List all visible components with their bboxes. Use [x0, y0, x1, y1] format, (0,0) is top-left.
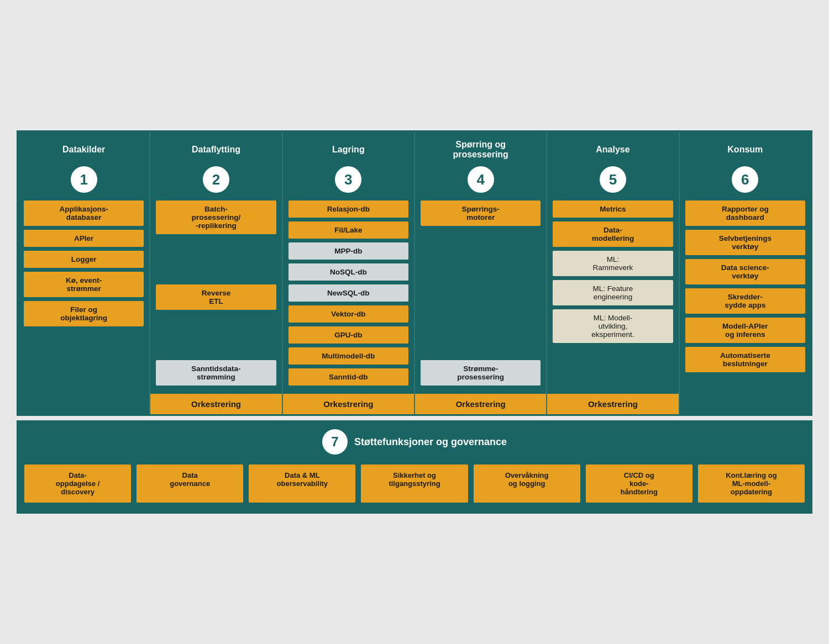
col5-header: Analyse: [553, 139, 673, 161]
orchestration-bar: Orkestrering: [150, 394, 281, 414]
list-item: Kø, event-strømmer: [24, 272, 144, 297]
list-item: Applikasjons-databaser: [24, 200, 144, 226]
col1-number: 1: [71, 166, 97, 193]
col6-header: Konsum: [685, 139, 805, 161]
col-datakilder: Datakilder 1 Applikasjons-databaser APIe…: [18, 132, 150, 414]
main-container: Datakilder 1 Applikasjons-databaser APIe…: [11, 125, 818, 519]
list-item: MPP-db: [288, 242, 408, 260]
bottom-section: 7 Støttefunksjoner og governance Data-op…: [17, 420, 812, 514]
list-item: Filer ogobjektlagring: [24, 301, 144, 326]
col-konsum: Konsum 6 Rapporter ogdashboard Selvbetje…: [680, 132, 811, 414]
bottom-items: Data-oppdagelse /discovery Datagovernanc…: [24, 464, 805, 503]
orchestration-bar3: Orkestrering: [415, 394, 546, 414]
list-item: Selvbetjeningsverktøy: [685, 230, 805, 255]
col-dataflytting: Dataflytting 2 Batch-prosessering/-repli…: [150, 132, 282, 414]
list-item: Data-oppdagelse /discovery: [24, 464, 131, 503]
col1-header: Datakilder: [24, 139, 144, 161]
top-section: Datakilder 1 Applikasjons-databaser APIe…: [17, 130, 812, 416]
list-item: Kont.læring ogML-modell-oppdatering: [698, 464, 805, 503]
list-item: Relasjon-db: [288, 200, 408, 218]
col3-number: 3: [335, 166, 361, 193]
list-item: Strømme-prosessering: [421, 360, 541, 386]
list-item: NewSQL-db: [288, 284, 408, 302]
col-sporring: Spørring ogprosessering 4 Spørrings-moto…: [415, 132, 547, 414]
list-item: ML: Modell-utvikling,eksperiment.: [553, 309, 673, 343]
list-item: Data science-verktøy: [685, 259, 805, 284]
list-item: NoSQL-db: [288, 263, 408, 281]
bottom-header: 7 Støttefunksjoner og governance: [24, 429, 805, 455]
list-item: Metrics: [553, 200, 673, 218]
bottom-title: Støttefunksjoner og governance: [354, 436, 507, 448]
orchestration-bar4: Orkestrering: [547, 394, 678, 414]
col-analyse: Analyse 5 Metrics Data-modellering ML:Ra…: [547, 132, 679, 414]
col6-number: 6: [732, 166, 758, 193]
list-item: Fil/Lake: [288, 221, 408, 239]
list-item: APIer: [24, 230, 144, 247]
list-item: Datagovernance: [137, 464, 243, 503]
list-item: Multimodell-db: [288, 347, 408, 365]
list-item: GPU-db: [288, 326, 408, 344]
list-item: Logger: [24, 251, 144, 268]
list-item: Vektor-db: [288, 305, 408, 323]
orchestration-bar2: Orkestrering: [283, 394, 414, 414]
list-item: Sanntid-db: [288, 368, 408, 386]
list-item: Spørrings-motorer: [421, 200, 541, 226]
list-item: ML: Featureengineering: [553, 280, 673, 305]
col3-header: Lagring: [288, 139, 408, 161]
list-item: Sanntidsdata-strømming: [156, 360, 276, 386]
list-item: CI/CD ogkode-håndtering: [586, 464, 692, 503]
col-lagring: Lagring 3 Relasjon-db Fil/Lake MPP-db No…: [283, 132, 415, 414]
list-item: Sikkerhet ogtilgangsstyring: [361, 464, 468, 503]
col4-header: Spørring ogprosessering: [421, 139, 541, 161]
list-item: Data-modellering: [553, 221, 673, 247]
col5-number: 5: [600, 166, 626, 193]
col2-header: Dataflytting: [156, 139, 276, 161]
col4-number: 4: [468, 166, 494, 193]
list-item: Automatisertebeslutninger: [685, 347, 805, 372]
list-item: Batch-prosessering/-replikering: [156, 200, 276, 234]
list-item: Data & MLoberservability: [249, 464, 355, 503]
list-item: ReverseETL: [156, 284, 276, 310]
list-item: ML:Rammeverk: [553, 251, 673, 276]
list-item: Modell-APIerog inferens: [685, 318, 805, 343]
list-item: Rapporter ogdashboard: [685, 200, 805, 226]
bottom-number: 7: [322, 429, 348, 455]
list-item: Overvåkningog logging: [474, 464, 580, 503]
col2-number: 2: [203, 166, 229, 193]
list-item: Skredder-sydde apps: [685, 288, 805, 314]
